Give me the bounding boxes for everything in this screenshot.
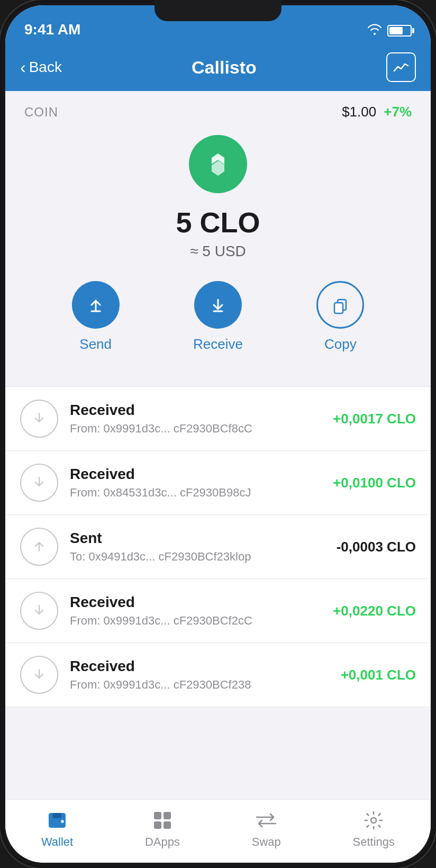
- receive-circle: [194, 281, 242, 329]
- tx-type: Received: [70, 658, 329, 675]
- tx-info: ReceivedFrom: 0x9991d3c... cF2930BCf238: [70, 658, 329, 692]
- coin-price-row: $1.00 +7%: [342, 104, 412, 120]
- transaction-list: ReceivedFrom: 0x9991d3c... cF2930BCf8cC+…: [5, 387, 431, 707]
- phone-inner: 9:41 AM ‹ Back Callisto: [5, 5, 431, 863]
- tx-type: Received: [70, 466, 321, 483]
- transaction-item[interactable]: ReceivedFrom: 0x9991d3c... cF2930BCf238+…: [5, 643, 431, 707]
- tx-address: From: 0x9991d3c... cF2930BCf8cC: [70, 422, 321, 436]
- tx-amount: +0,001 CLO: [341, 667, 416, 683]
- wallet-icon: [46, 809, 69, 832]
- tx-type: Sent: [70, 530, 325, 547]
- tx-type: Received: [70, 594, 321, 611]
- coin-balance: 5 CLO: [24, 206, 412, 239]
- coin-price: $1.00: [342, 104, 376, 120]
- transaction-item[interactable]: ReceivedFrom: 0x84531d3c... cF2930B98cJ+…: [5, 451, 431, 515]
- svg-rect-6: [334, 303, 343, 313]
- svg-rect-13: [154, 812, 161, 819]
- phone-frame: 9:41 AM ‹ Back Callisto: [0, 0, 436, 868]
- notch: [155, 0, 281, 21]
- dapps-icon: [151, 809, 174, 832]
- nav-item-wallet[interactable]: Wallet: [41, 809, 73, 849]
- dapps-nav-label: DApps: [145, 835, 180, 849]
- wallet-nav-label: Wallet: [41, 835, 73, 849]
- back-label: Back: [29, 59, 62, 76]
- receive-action[interactable]: Receive: [193, 281, 243, 352]
- svg-rect-14: [164, 812, 171, 819]
- copy-icon: [331, 295, 350, 314]
- copy-circle: [316, 281, 364, 329]
- action-row: Send Receive: [24, 281, 412, 352]
- send-circle: [72, 281, 120, 329]
- coin-section: COIN $1.00 +7%: [5, 91, 431, 372]
- copy-action[interactable]: Copy: [316, 281, 364, 352]
- clo-logo-icon: [201, 147, 235, 182]
- chart-icon: [393, 61, 409, 73]
- send-icon: [86, 295, 105, 314]
- wifi-icon: [367, 23, 382, 38]
- transaction-item[interactable]: SentTo: 0x9491d3c... cF2930BCf23klop-0,0…: [5, 515, 431, 579]
- coin-usd-value: ≈ 5 USD: [24, 243, 412, 260]
- receive-tx-icon: [20, 656, 58, 694]
- tx-info: ReceivedFrom: 0x9991d3c... cF2930BCf2cC: [70, 594, 321, 628]
- coin-icon: [189, 135, 247, 193]
- status-time: 9:41 AM: [24, 21, 80, 38]
- tx-amount: +0,0220 CLO: [333, 603, 416, 619]
- send-label: Send: [79, 336, 112, 352]
- send-action[interactable]: Send: [72, 281, 120, 352]
- back-button[interactable]: ‹ Back: [20, 58, 62, 77]
- receive-icon: [208, 295, 228, 314]
- receive-tx-icon: [20, 400, 58, 438]
- coin-label-row: COIN $1.00 +7%: [24, 104, 412, 120]
- chart-button[interactable]: [386, 52, 416, 82]
- nav-item-dapps[interactable]: DApps: [145, 809, 180, 849]
- main-content: COIN $1.00 +7%: [5, 91, 431, 799]
- transaction-item[interactable]: ReceivedFrom: 0x9991d3c... cF2930BCf2cC+…: [5, 579, 431, 643]
- status-icons: [367, 23, 412, 38]
- page-title: Callisto: [62, 57, 386, 78]
- svg-point-12: [61, 820, 64, 823]
- battery-icon: [387, 25, 412, 37]
- tx-info: ReceivedFrom: 0x9991d3c... cF2930BCf8cC: [70, 402, 321, 436]
- receive-tx-icon: [20, 592, 58, 630]
- send-tx-icon: [20, 528, 58, 566]
- transaction-item[interactable]: ReceivedFrom: 0x9991d3c... cF2930BCf8cC+…: [5, 387, 431, 451]
- settings-nav-label: Settings: [353, 835, 395, 849]
- receive-label: Receive: [193, 336, 243, 352]
- tx-type: Received: [70, 402, 321, 419]
- swap-icon: [255, 809, 278, 832]
- nav-item-settings[interactable]: Settings: [353, 809, 395, 849]
- coin-label: COIN: [24, 105, 58, 120]
- nav-item-swap[interactable]: Swap: [252, 809, 281, 849]
- svg-point-19: [371, 818, 376, 823]
- swap-nav-label: Swap: [252, 835, 281, 849]
- tx-address: To: 0x9491d3c... cF2930BCf23klop: [70, 550, 325, 564]
- coin-change: +7%: [384, 104, 412, 120]
- svg-rect-15: [154, 821, 161, 829]
- receive-tx-icon: [20, 464, 58, 502]
- header: ‹ Back Callisto: [5, 43, 431, 91]
- tx-amount: +0,0100 CLO: [333, 475, 416, 491]
- svg-rect-16: [164, 821, 171, 829]
- tx-info: SentTo: 0x9491d3c... cF2930BCf23klop: [70, 530, 325, 564]
- settings-icon: [362, 809, 385, 832]
- bottom-nav: Wallet DApps: [5, 799, 431, 863]
- tx-address: From: 0x9991d3c... cF2930BCf2cC: [70, 614, 321, 628]
- tx-amount: -0,0003 CLO: [337, 539, 416, 555]
- copy-label: Copy: [324, 336, 357, 352]
- tx-address: From: 0x84531d3c... cF2930B98cJ: [70, 486, 321, 500]
- tx-address: From: 0x9991d3c... cF2930BCf238: [70, 678, 329, 692]
- coin-icon-wrapper: [24, 135, 412, 193]
- back-chevron-icon: ‹: [20, 58, 26, 77]
- tx-info: ReceivedFrom: 0x84531d3c... cF2930B98cJ: [70, 466, 321, 500]
- tx-amount: +0,0017 CLO: [333, 411, 416, 427]
